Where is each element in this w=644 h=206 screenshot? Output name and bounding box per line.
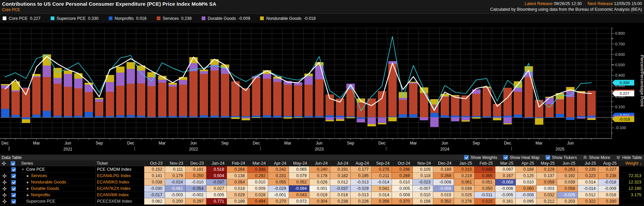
series-name-services[interactable]: Services xyxy=(31,173,47,178)
legend-item-services[interactable]: Services 0.238 xyxy=(157,16,192,21)
column-header-dec-24: Dec-24 xyxy=(433,160,454,166)
checkbox-icon[interactable] xyxy=(464,155,468,160)
svg-text:0.330: 0.330 xyxy=(620,81,630,85)
chart-svg: -0.1000.1000.2000.3000.4000.5000.6000.70… xyxy=(0,23,644,155)
legend-item-nondurable-goods[interactable]: Nondurable Goods -0.018 xyxy=(260,16,315,21)
bar-durable-goods-Oct-23 xyxy=(357,119,365,122)
value-cell-services-feb-25: 0.385 xyxy=(475,173,495,179)
control-show-tickers[interactable]: Show Tickers xyxy=(546,155,577,160)
select-all-checkbox[interactable] xyxy=(11,161,15,166)
bar-durable-goods-May-23 xyxy=(304,76,313,85)
checkbox-icon[interactable] xyxy=(503,155,508,160)
ticker-cell-services: ECAN4LPG Index xyxy=(96,173,144,179)
release-line: Latest Release 09/26/25 12:30 Next Relea… xyxy=(490,1,642,7)
legend-label: Nonprofits 0.016 xyxy=(115,16,147,21)
value-cell-nondurable-goods-aug-24: -0.013 xyxy=(351,179,371,186)
legend-item-durable-goods[interactable]: Durable Goods -0.009 xyxy=(202,16,250,21)
collapse-arrow-icon[interactable]: ▼ xyxy=(21,168,24,171)
value-cell-nondurable-goods-mar-24: 0.010 xyxy=(248,179,268,186)
bar-nonprofits-Aug-23 xyxy=(336,116,344,117)
value-cell-core-pce-apr-25: 0.188 xyxy=(516,166,537,173)
move-handle-icon[interactable] xyxy=(2,193,7,197)
bar-durable-goods-Nov-23 xyxy=(367,118,376,124)
bar-services-Mar-21 xyxy=(32,77,41,115)
legend-item-core-pce[interactable]: Core PCE 0.227 xyxy=(3,16,41,21)
expand-arrow-icon[interactable]: ▶ xyxy=(27,187,29,190)
x-axis-month-label: Jun xyxy=(442,141,448,146)
value-cell-core-pce-feb-24: 0.264 xyxy=(227,166,248,173)
value-cell-services-oct-24: 0.269 xyxy=(392,173,413,179)
expand-arrow-icon[interactable]: ▶ xyxy=(27,194,29,197)
row-checkbox-nonprofits[interactable] xyxy=(11,193,16,197)
y-axis-title: Percent/Percentage Point xyxy=(640,55,644,107)
value-cell-nondurable-goods-jul-24: 0.012 xyxy=(330,179,351,186)
x-axis-month-label: Dec xyxy=(504,141,511,146)
x-axis-month-label: Mar xyxy=(284,141,291,146)
control-show-more[interactable]: Show More xyxy=(583,155,610,160)
value-cell-nonprofits-nov-23: -0.003 xyxy=(165,192,186,198)
value-cell-services-mar-25: 0.167 xyxy=(495,173,516,179)
bar-durable-goods-Jul-25 xyxy=(577,117,585,119)
series-name-supercore-pce[interactable]: Supercore PCE xyxy=(26,199,55,204)
value-cell-durable-goods-oct-24: 0.005 xyxy=(392,186,413,192)
row-icon-cell-supercore-pce xyxy=(0,198,9,205)
series-name-core-pce[interactable]: Core PCE xyxy=(26,167,45,172)
column-header-weight[interactable]: Weight ↓ xyxy=(619,160,644,166)
value-cell-nonprofits-jan-25: 0.025 xyxy=(454,192,475,198)
bar-nonprofits-Mar-22 xyxy=(158,116,166,117)
value-cell-supercore-pce-dec-24: 0.352 xyxy=(433,198,454,205)
series-name-durable-goods[interactable]: Durable Goods xyxy=(31,186,59,191)
bar-nonprofits-Feb-25 xyxy=(525,117,533,118)
value-cell-nondurable-goods-jun-24: 0.026 xyxy=(309,179,330,186)
column-header-apr-24: Apr-24 xyxy=(268,160,289,166)
control-show-weights[interactable]: Show Weights xyxy=(464,155,497,160)
bar-durable-goods-Aug-23 xyxy=(336,117,344,119)
bar-durable-goods-Apr-24 xyxy=(420,117,428,120)
legend-swatch xyxy=(202,16,205,20)
bar-durable-goods-Apr-25 xyxy=(545,98,554,104)
row-icon-cell-nondurable-goods xyxy=(0,179,9,186)
expand-arrow-icon[interactable]: ▶ xyxy=(27,181,29,184)
row-checkbox-supercore-pce[interactable] xyxy=(11,199,16,204)
value-cell-services-apr-25: 0.125 xyxy=(516,173,537,179)
bar-durable-goods-Jul-24 xyxy=(451,117,459,121)
legend-item-supercore-pce[interactable]: Supercore PCE 0.330 xyxy=(51,16,99,21)
checkbox-icon[interactable] xyxy=(546,155,550,160)
bar-nonprofits-Nov-21 xyxy=(116,115,125,117)
value-cell-core-pce-jul-24: 0.191 xyxy=(330,166,351,173)
move-handle-icon[interactable] xyxy=(2,174,7,178)
move-handle-icon[interactable] xyxy=(2,187,7,191)
legend-swatch xyxy=(3,16,6,20)
series-name-nonprofits[interactable]: Nonprofits xyxy=(31,193,50,197)
bar-nonprofits-Apr-23 xyxy=(294,116,302,117)
bar-nonprofits-Feb-21 xyxy=(22,117,30,119)
control-show-heat-map[interactable]: Show Heat Map xyxy=(503,155,540,160)
row-checkbox-services[interactable] xyxy=(11,174,16,178)
page-subtitle: Core PCE xyxy=(2,7,216,12)
control-hide-table[interactable]: Hide Table xyxy=(616,155,642,160)
row-checkbox-nondurable-goods[interactable] xyxy=(11,180,16,184)
row-checkbox-core-pce[interactable] xyxy=(11,167,16,172)
legend-item-nonprofits[interactable]: Nonprofits 0.016 xyxy=(109,16,147,21)
x-axis-month-label: Mar xyxy=(33,141,40,146)
bar-services-Oct-22 xyxy=(231,81,240,116)
x-axis-month-label: Jun xyxy=(65,141,71,146)
series-cell-supercore-pce: Supercore PCE xyxy=(20,198,96,205)
expand-arrow-icon[interactable]: ▶ xyxy=(27,174,29,177)
x-axis-month-label: Mar xyxy=(159,141,166,146)
row-checkbox-durable-goods[interactable] xyxy=(11,187,16,191)
value-cell-nondurable-goods-may-25: 0.059 xyxy=(537,179,557,186)
value-cell-services-apr-24: 0.231 xyxy=(268,173,289,179)
bar-services-Jul-21 xyxy=(74,88,83,116)
move-handle-icon[interactable] xyxy=(2,199,7,204)
bar-services-Mar-23 xyxy=(284,85,292,116)
value-cell-nondurable-goods-jan-24: -0.037 xyxy=(206,179,227,186)
value-cell-nonprofits-jan-24: 0.005 xyxy=(206,192,227,198)
value-cell-services-sep-24: 0.211 xyxy=(371,173,392,179)
move-handle-icon[interactable] xyxy=(2,161,6,166)
y-axis-tick-label: 0.500 xyxy=(615,63,625,67)
series-name-nondurable-goods[interactable]: Nondurable Goods xyxy=(31,180,66,184)
value-cell-core-pce-feb-25: 0.448 xyxy=(475,166,495,173)
legend-label: Services 0.238 xyxy=(163,16,192,21)
move-handle-icon[interactable] xyxy=(2,180,7,184)
